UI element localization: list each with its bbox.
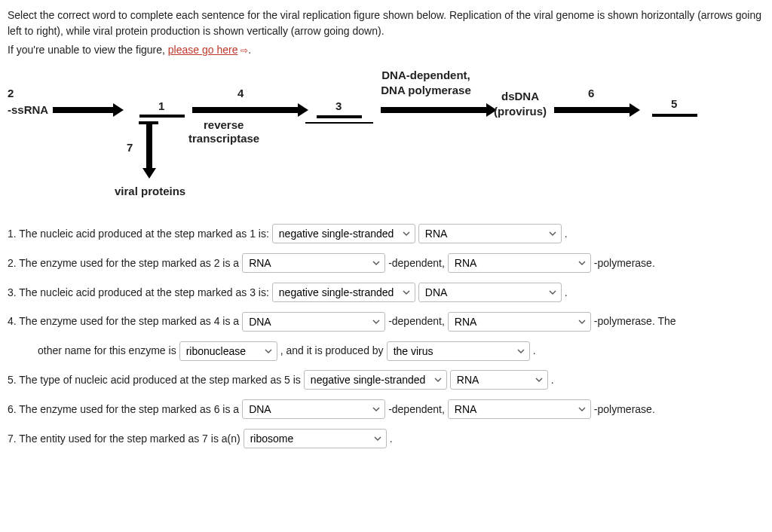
q4b-select-producer[interactable]: the virus (387, 341, 530, 361)
arrow-4 (192, 107, 298, 113)
arrow-6 (554, 107, 630, 113)
replication-figure: -ssRNA 2 1 7 viral proteins 4 reverse tr… (8, 66, 764, 209)
question-4b: other name for this enzyme is ribonuclea… (8, 339, 764, 362)
label-dna-dep: DNA-dependent, (369, 69, 482, 82)
q4-suffix: -polymerase. The (594, 310, 676, 333)
q4-mid: -dependent, (388, 310, 445, 333)
label-dsdna: dsDNA (501, 90, 539, 103)
label-reverse: reverse (204, 118, 244, 132)
label-dna-pol: DNA polymerase (369, 84, 482, 97)
intro-text: Select the correct word to complete each… (8, 8, 764, 39)
q5-prefix: 5. The type of nucleic acid produced at … (8, 368, 301, 392)
figure-link[interactable]: please go here (168, 44, 238, 56)
q3-select-strand[interactable]: negative single-stranded (272, 283, 415, 302)
label-3: 3 (335, 99, 342, 112)
q5-suffix: . (551, 368, 554, 392)
question-7: 7. The entity used for the step marked a… (8, 427, 764, 451)
intro-text-2: If you're unable to view the figure, ple… (8, 42, 764, 58)
q6-prefix: 6. The enzyme used for the step marked a… (8, 398, 239, 421)
external-link-icon: ⇨ (240, 45, 248, 56)
intro-prefix: If you're unable to view the figure, (8, 44, 168, 56)
label-4: 4 (237, 87, 244, 99)
line-1 (139, 115, 185, 118)
q2-prefix: 2. The enzyme used for the step marked a… (8, 252, 239, 275)
q1-select-na[interactable]: RNA (418, 224, 562, 243)
q4-select-b[interactable]: RNA (448, 312, 591, 332)
q3-prefix: 3. The nucleic acid produced at the step… (8, 281, 269, 304)
q4b-mid: , and it is produced by (280, 339, 384, 362)
q6-select-a[interactable]: DNA (242, 399, 385, 419)
q2-select-a[interactable]: RNA (242, 253, 385, 273)
q4-prefix: 4. The enzyme used for the step marked a… (8, 310, 239, 333)
question-2: 2. The enzyme used for the step marked a… (8, 252, 764, 275)
q5-select-na[interactable]: RNA (450, 370, 548, 390)
q7-select[interactable]: ribosome (244, 429, 387, 448)
label-5: 5 (671, 97, 677, 110)
q4-select-a[interactable]: DNA (242, 312, 385, 332)
label-transcriptase: transcriptase (188, 132, 259, 145)
q2-select-b[interactable]: RNA (448, 253, 591, 273)
label-2: 2 (8, 87, 14, 99)
q6-select-b[interactable]: RNA (448, 399, 591, 419)
arrow-2 (53, 107, 113, 113)
q2-suffix: -polymerase. (594, 252, 655, 275)
line-3-bot (305, 122, 373, 124)
q2-mid: -dependent, (388, 252, 445, 275)
q3-select-na[interactable]: DNA (418, 283, 562, 302)
arrow-dna (381, 107, 486, 113)
q1-prefix: 1. The nucleic acid produced at the step… (8, 222, 269, 246)
label-6: 6 (588, 87, 594, 99)
q4b-select-name[interactable]: ribonuclease (179, 341, 277, 361)
arrow-7 (146, 121, 152, 168)
q7-prefix: 7. The entity used for the step marked a… (8, 427, 240, 451)
line-3-top (317, 115, 362, 118)
label-1: 1 (158, 99, 164, 112)
q4b-prefix: other name for this enzyme is (38, 339, 176, 362)
line-5 (652, 114, 697, 117)
label-ssrna: -ssRNA (8, 103, 48, 116)
q1-select-strand[interactable]: negative single-stranded (272, 224, 415, 243)
q5-select-strand[interactable]: negative single-stranded (304, 370, 447, 390)
question-1: 1. The nucleic acid produced at the step… (8, 222, 764, 246)
question-3: 3. The nucleic acid produced at the step… (8, 281, 764, 304)
label-7: 7 (127, 141, 133, 154)
question-5: 5. The type of nucleic acid produced at … (8, 368, 764, 392)
label-viral-proteins: viral proteins (115, 185, 185, 198)
q3-suffix: . (565, 281, 568, 304)
q6-mid: -dependent, (388, 398, 445, 421)
q7-suffix: . (390, 427, 393, 451)
question-6: 6. The enzyme used for the step marked a… (8, 398, 764, 421)
label-provirus: (provirus) (494, 105, 547, 118)
q4b-suffix: . (533, 339, 536, 362)
question-4: 4. The enzyme used for the step marked a… (8, 310, 764, 333)
q1-suffix: . (565, 222, 568, 246)
q6-suffix: -polymerase. (594, 398, 655, 421)
